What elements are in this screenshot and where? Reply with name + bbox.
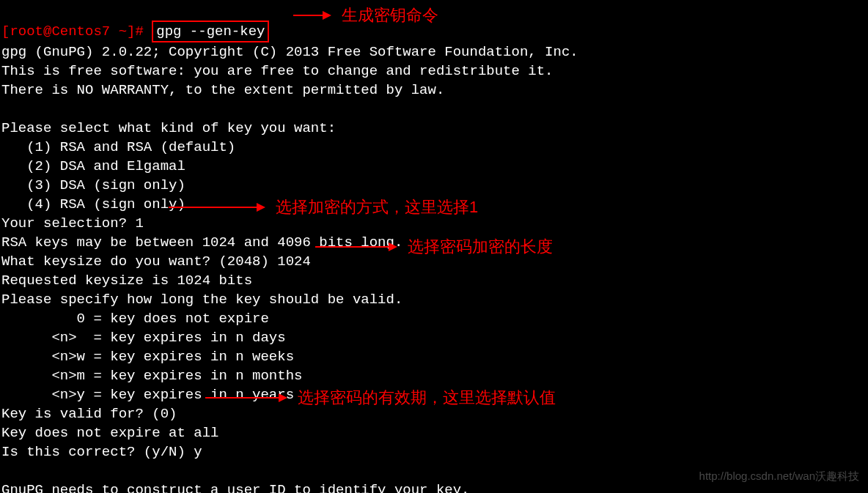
output-line: Please specify how long the key should b… <box>1 292 402 308</box>
arrow-icon <box>293 15 330 16</box>
output-line: 0 = key does not expire <box>1 311 269 327</box>
annotation-keysize: 选择密码加密的长度 <box>315 237 553 256</box>
annotation-gen-key: 生成密钥命令 <box>293 6 438 25</box>
annotation-select-encryption: 选择加密的方式，这里选择1 <box>169 198 478 217</box>
arrow-icon <box>205 397 286 399</box>
output-line: There is NO WARRANTY, to the extent perm… <box>1 82 444 98</box>
output-line: (1) RSA and RSA (default) <box>1 139 235 155</box>
output-line: Key is valid for? (0) <box>1 406 177 422</box>
output-line: <n> = key expires in n days <box>1 330 286 346</box>
annotation-validity: 选择密码的有效期，这里选择默认值 <box>205 388 556 407</box>
command-highlight-box: gpg --gen-key <box>152 21 269 42</box>
output-line: (3) DSA (sign only) <box>1 177 185 193</box>
annotation-text: 选择密码加密的长度 <box>408 237 553 256</box>
output-line: Requested keysize is 1024 bits <box>1 273 252 289</box>
watermark-text: http://blog.csdn.net/wan沃趣科技 <box>699 467 859 486</box>
output-line: What keysize do you want? (2048) 1024 <box>1 253 311 270</box>
output-line: gpg (GnuPG) 2.0.22; Copyright (C) 2013 F… <box>1 44 578 60</box>
arrow-icon <box>315 246 396 248</box>
output-line: Is this correct? (y/N) y <box>1 444 202 460</box>
output-line: Your selection? 1 <box>1 215 144 231</box>
output-line: (4) RSA (sign only) <box>1 196 185 212</box>
output-line: (2) DSA and Elgamal <box>1 158 185 174</box>
shell-prompt: [root@Centos7 ~]# <box>1 23 152 40</box>
arrow-icon <box>169 207 264 208</box>
annotation-text: 选择密码的有效期，这里选择默认值 <box>298 388 556 407</box>
output-line: <n>w = key expires in n weeks <box>1 349 294 365</box>
output-line: Key does not expire at all <box>1 425 218 441</box>
output-line: GnuPG needs to construct a user ID to id… <box>1 482 470 493</box>
output-line: This is free software: you are free to c… <box>1 63 553 79</box>
output-line: <n>m = key expires in n months <box>1 368 302 384</box>
command-text: gpg --gen-key <box>156 23 265 40</box>
annotation-text: 生成密钥命令 <box>342 6 438 25</box>
annotation-text: 选择加密的方式，这里选择1 <box>276 198 478 217</box>
output-line: Please select what kind of key you want: <box>1 120 336 136</box>
